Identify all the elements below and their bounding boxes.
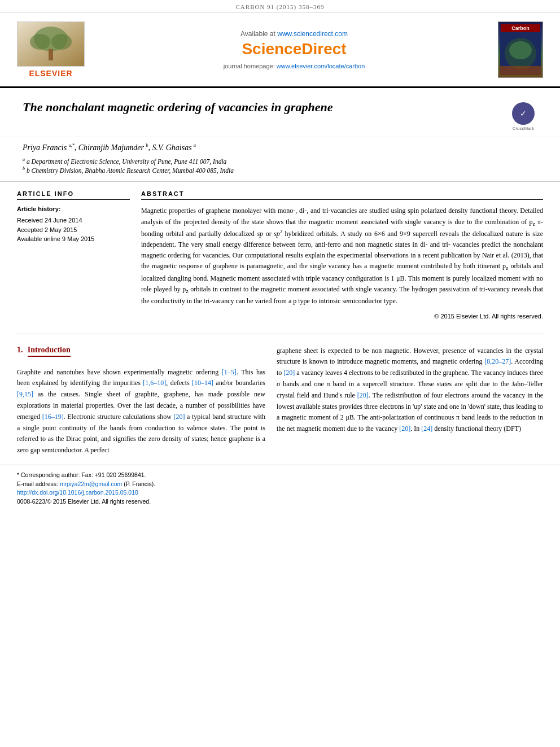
authors-section: Priya Francis a,*, Chiranjib Majumder b,… [0, 137, 560, 182]
authors-list: Priya Francis a,*, Chiranjib Majumder b,… [23, 143, 537, 152]
article-body: ARTICLE INFO Article history: Received 2… [0, 182, 560, 327]
svg-text:✓: ✓ [520, 110, 527, 118]
svg-point-3 [30, 34, 50, 50]
author-priya: Priya Francis [23, 143, 67, 152]
publisher-logo-area: ELSEVIER [6, 19, 96, 81]
svg-point-4 [51, 34, 72, 50]
crossmark-icon: ✓ [512, 102, 535, 125]
author-ghaisas: S.V. Ghaisas [152, 143, 191, 152]
section-title: Introduction [28, 346, 71, 357]
journal-cover: Carbon [498, 21, 543, 78]
svg-point-7 [509, 41, 532, 59]
paper-title-section: The nonchalant magnetic ordering of vaca… [0, 88, 560, 137]
affiliation-a: a a Department of Electronic Science, Un… [23, 157, 537, 165]
available-online-date: Available online 9 May 2015 [17, 234, 130, 244]
available-text: Available at www.sciencedirect.com [240, 30, 348, 38]
svg-rect-8 [500, 66, 541, 75]
intro-right-text: graphene sheet is expected to be non mag… [277, 346, 543, 435]
header-center: Available at www.sciencedirect.com Scien… [96, 19, 492, 81]
doi-link[interactable]: http://dx.doi.org/10.1016/j.carbon.2015.… [17, 489, 138, 496]
article-history-heading: Article history: [17, 206, 130, 212]
svg-rect-2 [49, 49, 53, 60]
footer-notes: * Corresponding author: Fax: +91 020 256… [0, 465, 560, 512]
elsevier-logo: ELSEVIER [17, 21, 85, 78]
crossmark-label: CrossMark [513, 126, 535, 131]
article-info-heading: ARTICLE INFO [17, 190, 130, 200]
intro-left-text: Graphite and nanotubes have shown experi… [17, 367, 265, 456]
abstract-section: ABSTRACT Magnetic properties of graphene… [141, 190, 543, 319]
intro-heading-area: 1. Introduction [17, 346, 265, 361]
received-date: Received 24 June 2014 [17, 216, 130, 225]
sciencedirect-logo: ScienceDirect [242, 40, 346, 58]
introduction-section: 1. Introduction Graphite and nanotubes h… [0, 340, 560, 462]
header: ELSEVIER Available at www.sciencedirect.… [0, 13, 560, 88]
author-chiranjib: Chiranjib Majumder [78, 143, 144, 152]
affiliation-b: b b Chemistry Division, Bhabha Atomic Re… [23, 166, 537, 174]
email-note: E-mail address: mrpiya22m@gmail.com (P. … [17, 480, 543, 489]
crossmark-area: ✓ CrossMark [509, 102, 537, 131]
section-divider [17, 334, 543, 334]
journal-homepage: journal homepage: www.elsevier.com/locat… [224, 63, 365, 69]
accepted-date: Accepted 2 May 2015 [17, 225, 130, 235]
article-info: ARTICLE INFO Article history: Received 2… [17, 190, 130, 319]
issn-note: 0008-6223/© 2015 Elsevier Ltd. All right… [17, 497, 543, 506]
doi-note: http://dx.doi.org/10.1016/j.carbon.2015.… [17, 488, 543, 497]
journal-info-text: CARBON 91 (2015) 358–369 [236, 3, 325, 10]
abstract-heading: ABSTRACT [141, 190, 543, 200]
journal-cover-area: Carbon [492, 19, 549, 81]
abstract-text: Magnetic properties of graphene monolaye… [141, 206, 543, 307]
elsevier-image [17, 21, 85, 67]
journal-info-bar: CARBON 91 (2015) 358–369 [0, 0, 560, 13]
corresponding-author-note: * Corresponding author: Fax: +91 020 256… [17, 471, 543, 480]
author-email[interactable]: mrpiya22m@gmail.com [60, 480, 122, 487]
section-number: 1. [17, 346, 23, 354]
intro-right-column: graphene sheet is expected to be non mag… [277, 346, 543, 456]
intro-left-column: 1. Introduction Graphite and nanotubes h… [17, 346, 265, 456]
paper-title: The nonchalant magnetic ordering of vaca… [23, 99, 498, 116]
elsevier-text-label: ELSEVIER [29, 69, 72, 78]
journal-homepage-url[interactable]: www.elsevier.com/locate/carbon [277, 63, 365, 69]
copyright-text: © 2015 Elsevier Ltd. All rights reserved… [141, 313, 543, 320]
journal-cover-title: Carbon [501, 24, 540, 32]
sciencedirect-url[interactable]: www.sciencedirect.com [277, 30, 348, 38]
